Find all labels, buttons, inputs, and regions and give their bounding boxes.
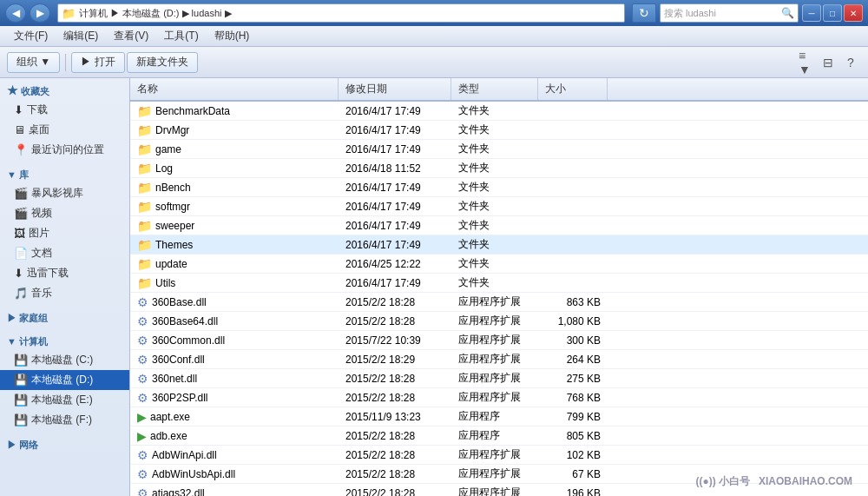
folder-icon: 📁 [62, 7, 76, 20]
file-size [538, 243, 608, 247]
table-row[interactable]: ⚙ 360Base64.dll 2015/2/2 18:28 应用程序扩展 1,… [130, 312, 868, 331]
table-row[interactable]: ⚙ AdbWinUsbApi.dll 2015/2/2 18:28 应用程序扩展… [130, 465, 868, 484]
file-size: 67 KB [538, 466, 608, 482]
table-row[interactable]: 📁 sweeper 2016/4/17 17:49 文件夹 [130, 216, 868, 235]
table-row[interactable]: 📁 game 2016/4/17 17:49 文件夹 [130, 140, 868, 159]
network-header: ▶ 网络 [0, 433, 129, 453]
sidebar-item-drive-f[interactable]: 💾 本地磁盘 (F:) [0, 410, 129, 430]
table-row[interactable]: ▶ aapt.exe 2015/11/9 13:23 应用程序 799 KB [130, 407, 868, 427]
table-row[interactable]: 📁 Log 2016/4/18 11:52 文件夹 [130, 159, 868, 178]
new-folder-button[interactable]: 新建文件夹 [127, 52, 198, 73]
address-bar[interactable]: 📁 计算机 ▶ 本地磁盘 (D:) ▶ ludashi ▶ [57, 3, 625, 23]
sidebar-item-music[interactable]: 🎵 音乐 [0, 283, 129, 303]
sidebar-label-desktop: 桌面 [29, 122, 49, 137]
sidebar-item-documents[interactable]: 📄 文档 [0, 243, 129, 263]
sidebar-item-drive-c[interactable]: 💾 本地磁盘 (C:) [0, 350, 129, 370]
column-date[interactable]: 修改日期 [339, 78, 451, 100]
table-row[interactable]: ⚙ atiags32.dll 2015/2/2 18:28 应用程序扩展 196… [130, 484, 868, 496]
sidebar-item-baofeng[interactable]: 🎬 暴风影视库 [0, 183, 129, 203]
sidebar-item-video[interactable]: 🎬 视频 [0, 203, 129, 223]
table-row[interactable]: 📁 Utils 2016/4/17 17:49 文件夹 [130, 274, 868, 293]
open-button[interactable]: ▶ 打开 [71, 52, 124, 73]
menu-view[interactable]: 查看(V) [107, 25, 155, 47]
sidebar-item-pictures[interactable]: 🖼 图片 [0, 223, 129, 243]
sidebar-label-drive-c: 本地磁盘 (C:) [31, 353, 93, 367]
file-size [538, 186, 608, 189]
table-row[interactable]: ⚙ AdbWinApi.dll 2015/2/2 18:28 应用程序扩展 10… [130, 446, 868, 465]
file-type: 文件夹 [451, 216, 538, 235]
file-name-cell: 📁 BenchmarkData [130, 103, 339, 120]
table-row[interactable]: 📁 Themes 2016/4/17 17:49 文件夹 [130, 235, 868, 255]
table-row[interactable]: ⚙ 360Common.dll 2015/7/22 10:39 应用程序扩展 3… [130, 331, 868, 350]
file-date: 2016/4/17 17:49 [339, 180, 451, 195]
table-row[interactable]: ⚙ 360Base.dll 2015/2/2 18:28 应用程序扩展 863 … [130, 293, 868, 312]
view-toggle[interactable]: ⊟ [818, 52, 838, 73]
file-name-cell: 📁 nBench [130, 179, 339, 196]
baofeng-icon: 🎬 [14, 187, 28, 200]
desktop-icon: 🖥 [14, 123, 25, 136]
forward-button[interactable]: ▶ [30, 3, 50, 23]
table-row[interactable]: ▶ adb.exe 2015/2/2 18:28 应用程序 805 KB [130, 427, 868, 446]
menu-edit[interactable]: 编辑(E) [56, 25, 105, 47]
file-date: 2015/2/2 18:28 [339, 390, 451, 406]
column-type[interactable]: 类型 [451, 78, 538, 100]
view-button[interactable]: ≡ ▼ [795, 52, 816, 73]
file-size: 1,080 KB [538, 314, 608, 329]
menu-file[interactable]: 文件(F) [7, 25, 55, 47]
title-bar: ◀ ▶ 📁 计算机 ▶ 本地磁盘 (D:) ▶ ludashi ▶ ↻ 搜索 l… [0, 0, 868, 26]
sidebar: ★ 收藏夹 ⬇ 下载 🖥 桌面 📍 最近访问的位置 ▼ 库 🎬 暴风影视库 [0, 78, 130, 496]
table-row[interactable]: ⚙ 360Conf.dll 2015/2/2 18:29 应用程序扩展 264 … [130, 350, 868, 369]
help-button[interactable]: ? [840, 52, 861, 73]
drive-d-icon: 💾 [14, 374, 28, 387]
documents-icon: 📄 [14, 247, 28, 260]
table-row[interactable]: ⚙ 360P2SP.dll 2015/2/2 18:28 应用程序扩展 768 … [130, 388, 868, 407]
file-type: 应用程序 [451, 407, 538, 426]
file-type: 应用程序扩展 [451, 369, 538, 387]
file-icon: 📁 [137, 219, 152, 233]
sidebar-item-drive-e[interactable]: 💾 本地磁盘 (E:) [0, 390, 129, 410]
file-name: 360Base.dll [152, 296, 207, 308]
file-date: 2015/2/2 18:29 [339, 352, 451, 367]
minimize-button[interactable]: ─ [802, 4, 821, 22]
table-row[interactable]: 📁 BenchmarkData 2016/4/17 17:49 文件夹 [130, 102, 868, 121]
column-size[interactable]: 大小 [538, 78, 608, 100]
sidebar-item-desktop[interactable]: 🖥 桌面 [0, 120, 129, 140]
table-row[interactable]: 📁 nBench 2016/4/17 17:49 文件夹 [130, 178, 868, 197]
back-button[interactable]: ◀ [5, 3, 26, 23]
file-type: 应用程序扩展 [451, 350, 538, 368]
close-button[interactable]: ✕ [844, 4, 863, 22]
file-name: aapt.exe [150, 411, 190, 423]
sidebar-item-recent[interactable]: 📍 最近访问的位置 [0, 140, 129, 160]
file-size [538, 129, 608, 132]
sidebar-label-music: 音乐 [31, 286, 52, 301]
homegroup-header: ▶ 家庭组 [0, 307, 129, 327]
file-type: 文件夹 [451, 274, 538, 292]
file-type: 应用程序扩展 [451, 388, 538, 407]
sidebar-item-drive-d[interactable]: 💾 本地磁盘 (D:) [0, 370, 129, 390]
menu-help[interactable]: 帮助(H) [207, 25, 257, 47]
sidebar-item-download[interactable]: ⬇ 下载 [0, 100, 129, 120]
file-type: 文件夹 [451, 159, 538, 177]
search-placeholder: 搜索 ludashi [664, 7, 781, 20]
file-type: 文件夹 [451, 102, 538, 120]
table-row[interactable]: 📁 softmgr 2016/4/17 17:49 文件夹 [130, 197, 868, 216]
column-name[interactable]: 名称 [130, 78, 339, 100]
sidebar-item-thunder[interactable]: ⬇ 迅雷下载 [0, 263, 129, 283]
file-size: 863 KB [538, 294, 608, 310]
refresh-button[interactable]: ↻ [632, 3, 656, 23]
organize-button[interactable]: 组织 ▼ [7, 52, 60, 73]
drive-c-icon: 💾 [14, 354, 28, 367]
menu-tools[interactable]: 工具(T) [157, 25, 205, 47]
table-row[interactable]: ⚙ 360net.dll 2015/2/2 18:28 应用程序扩展 275 K… [130, 369, 868, 388]
file-name: atiags32.dll [152, 487, 205, 497]
file-name-cell: ⚙ 360net.dll [130, 370, 339, 387]
file-icon: 📁 [137, 181, 152, 195]
table-row[interactable]: 📁 update 2016/4/25 12:22 文件夹 [130, 255, 868, 274]
file-icon: 📁 [137, 162, 152, 175]
maximize-button[interactable]: □ [823, 4, 842, 22]
file-date: 2016/4/17 17:49 [339, 142, 451, 157]
table-row[interactable]: 📁 DrvMgr 2016/4/17 17:49 文件夹 [130, 121, 868, 140]
search-box[interactable]: 搜索 ludashi 🔍 [660, 3, 799, 23]
sidebar-label-thunder: 迅雷下载 [27, 266, 69, 281]
file-date: 2015/2/2 18:28 [339, 447, 451, 463]
